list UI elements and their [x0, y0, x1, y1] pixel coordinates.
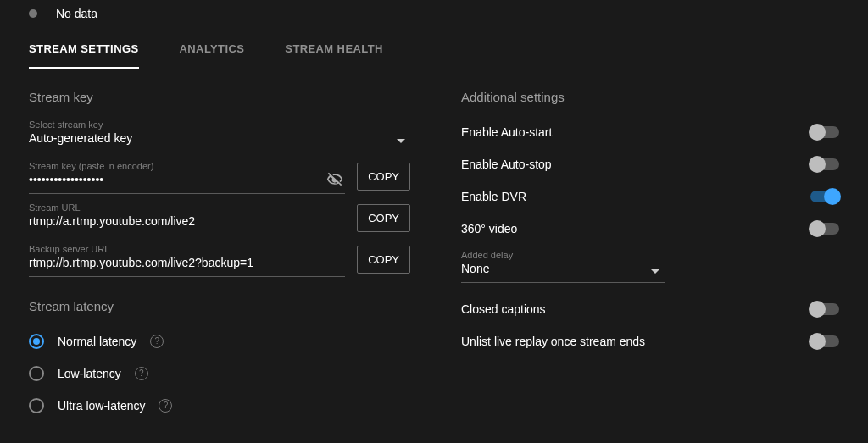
unlist-replay-label: Unlist live replay once stream ends: [461, 335, 645, 348]
latency-normal-label: Normal latency: [58, 335, 136, 348]
stream-latency-section: Stream latency Normal latency ? Low-late…: [29, 299, 410, 422]
dvr-label: Enable DVR: [461, 190, 526, 203]
stream-url-label: Stream URL: [29, 202, 345, 213]
top-status-bar: No data: [0, 0, 868, 32]
video360-row: 360° video: [461, 213, 839, 245]
radio-icon: [29, 398, 44, 413]
status-text: No data: [56, 7, 97, 20]
dvr-toggle[interactable]: [810, 191, 839, 202]
select-stream-key-dropdown[interactable]: Select stream key Auto-generated key: [29, 116, 410, 152]
unlist-replay-toggle[interactable]: [810, 335, 839, 347]
stream-key-title: Stream key: [29, 90, 410, 104]
stream-url-field[interactable]: Stream URL rtmp://a.rtmp.youtube.com/liv…: [29, 199, 345, 235]
select-stream-key-label: Select stream key: [29, 119, 410, 130]
added-delay-label: Added delay: [461, 250, 665, 260]
latency-ultralow-label: Ultra low-latency: [58, 399, 145, 413]
settings-content: Stream key Select stream key Auto-genera…: [0, 69, 868, 422]
stream-latency-title: Stream latency: [29, 299, 410, 313]
additional-settings-title: Additional settings: [461, 90, 839, 104]
added-delay-value: None: [461, 262, 665, 277]
auto-start-row: Enable Auto-start: [461, 116, 839, 148]
closed-captions-row: Closed captions: [461, 293, 839, 325]
visibility-off-icon[interactable]: [326, 171, 343, 188]
record-dot-icon: [29, 9, 37, 18]
video360-label: 360° video: [461, 222, 517, 235]
copy-stream-url-button[interactable]: COPY: [357, 204, 410, 232]
added-delay-dropdown[interactable]: Added delay None: [461, 246, 665, 283]
copy-stream-key-button[interactable]: COPY: [357, 163, 410, 191]
stream-key-field[interactable]: Stream key (paste in encoder) ••••••••••…: [29, 158, 345, 194]
auto-start-label: Enable Auto-start: [461, 125, 552, 139]
closed-captions-toggle[interactable]: [810, 303, 839, 315]
latency-ultralow-option[interactable]: Ultra low-latency ?: [29, 390, 410, 422]
left-column: Stream key Select stream key Auto-genera…: [29, 90, 410, 422]
backup-url-label: Backup server URL: [29, 244, 345, 254]
backup-url-field[interactable]: Backup server URL rtmp://b.rtmp.youtube.…: [29, 241, 345, 277]
auto-start-toggle[interactable]: [810, 126, 839, 138]
latency-low-label: Low-latency: [58, 367, 121, 380]
copy-backup-url-button[interactable]: COPY: [357, 246, 410, 274]
help-icon[interactable]: ?: [135, 367, 148, 380]
latency-low-option[interactable]: Low-latency ?: [29, 357, 410, 390]
tab-stream-settings[interactable]: STREAM SETTINGS: [29, 32, 139, 69]
dropdown-arrow-icon: [651, 269, 659, 274]
tab-analytics[interactable]: ANALYTICS: [180, 32, 245, 69]
stream-url-value: rtmp://a.rtmp.youtube.com/live2: [29, 214, 345, 230]
auto-stop-row: Enable Auto-stop: [461, 148, 839, 180]
stream-key-value: ••••••••••••••••••: [29, 173, 345, 188]
tab-stream-health[interactable]: STREAM HEALTH: [285, 32, 382, 69]
closed-captions-label: Closed captions: [461, 302, 546, 316]
auto-stop-toggle[interactable]: [810, 158, 839, 170]
radio-icon: [29, 366, 44, 381]
stream-key-label: Stream key (paste in encoder): [29, 161, 345, 171]
auto-stop-label: Enable Auto-stop: [461, 158, 552, 171]
help-icon[interactable]: ?: [159, 399, 172, 413]
dvr-row: Enable DVR: [461, 180, 839, 213]
video360-toggle[interactable]: [810, 223, 839, 235]
right-column: Additional settings Enable Auto-start En…: [461, 90, 839, 422]
unlist-replay-row: Unlist live replay once stream ends: [461, 325, 839, 357]
backup-url-value: rtmp://b.rtmp.youtube.com/live2?backup=1: [29, 256, 345, 271]
select-stream-key-value: Auto-generated key: [29, 131, 410, 147]
radio-icon: [29, 334, 44, 349]
dropdown-arrow-icon: [397, 139, 405, 143]
help-icon[interactable]: ?: [150, 335, 164, 348]
tab-bar: STREAM SETTINGS ANALYTICS STREAM HEALTH: [0, 32, 868, 69]
latency-normal-option[interactable]: Normal latency ?: [29, 325, 410, 357]
